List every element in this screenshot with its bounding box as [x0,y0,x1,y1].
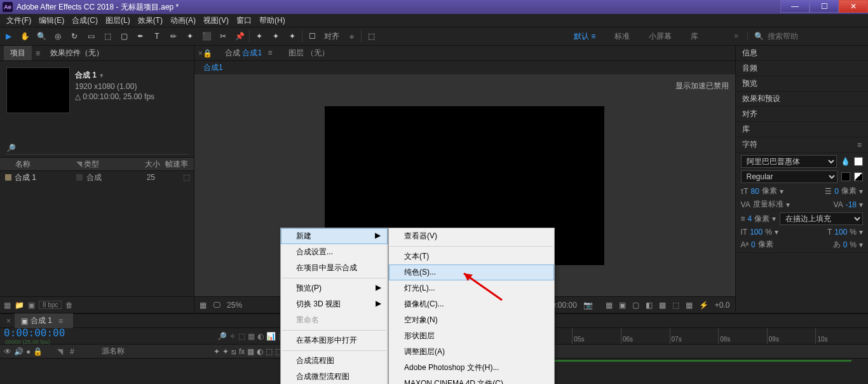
project-search[interactable]: 🔎 [5,142,189,154]
menu-item-在基本图形中打开[interactable]: 在基本图形中打开 [281,333,388,348]
panel-库[interactable]: 库 [736,122,868,137]
interpret-footage-icon[interactable]: ▦ [4,301,11,310]
search-layer-icon[interactable]: 🔎 [217,332,227,341]
puppet-tool-icon[interactable]: 📌 [231,28,248,45]
rect-tool-icon[interactable]: ▢ [116,28,132,45]
switch-icon[interactable]: fx [239,347,245,356]
menu-动画(A)[interactable]: 动画(A) [166,14,200,27]
tab-effects-controls[interactable]: 效果控件（无） [44,46,110,60]
menu-帮助(H)[interactable]: 帮助(H) [255,14,289,27]
workspace-库[interactable]: 库 [691,32,698,41]
minimize-button[interactable]: — [780,0,810,13]
audio-col-icon[interactable]: 🔊 [14,347,24,356]
switch-icon[interactable]: ⧅ [231,347,236,356]
tab-composition[interactable]: 合成 合成1 ≡ [225,48,276,58]
tab-project[interactable]: 项目 [4,46,32,60]
menu-视图(V)[interactable]: 视图(V) [200,14,233,27]
workspace-小屏幕[interactable]: 小屏幕 [649,32,672,41]
panel-信息[interactable]: 信息 [736,46,868,61]
stroke-width-control[interactable]: ≡4像素▾ [741,214,776,224]
screen-icon[interactable]: 🖵 [213,301,220,310]
col-type[interactable]: 类型 [84,159,128,170]
eyedropper-icon[interactable]: 💧 [841,157,850,166]
switch-icon[interactable]: ◐ [257,347,263,356]
snap-toggle-icon[interactable]: ☐ [304,28,320,45]
mag-icon[interactable]: ▦ [200,301,207,310]
camera-icon[interactable]: 📷 [583,301,593,310]
view-axis-icon[interactable]: ✦ [284,28,301,45]
workspace-overflow-icon[interactable]: » [730,31,742,42]
hand-tool-icon[interactable]: ✋ [17,28,33,45]
font-size-control[interactable]: τT80像素▾ [741,186,783,196]
fast-preview-icon[interactable]: ⚡ [699,301,709,310]
mask-icon[interactable]: ▢ [632,301,639,310]
panel-音频[interactable]: 音频 [736,61,868,76]
extra-tool-icon[interactable]: ⬚ [363,28,379,45]
stroke-style-select[interactable]: 在描边上填充 [780,212,863,225]
delete-icon[interactable]: 🗑 [65,301,73,310]
pen-tool-icon[interactable]: ✒ [132,28,149,45]
close-tab-icon[interactable]: × [3,317,15,326]
menu-item-纯色(S)...[interactable]: 纯色(S)... [389,264,554,280]
close-button[interactable]: ✕ [839,0,868,13]
current-timecode[interactable]: 0:00:00:00 [4,327,65,339]
menu-item-MAXON CINEMA 4D 文件(C)...[interactable]: MAXON CINEMA 4D 文件(C)... [389,376,554,384]
panel-字符[interactable]: 字符≡ [736,137,868,153]
menu-合成(C)[interactable]: 合成(C) [68,14,102,27]
exposure-value[interactable]: +0.0 [715,301,730,310]
clone-tool-icon[interactable]: ✦ [182,28,198,45]
switch-icon[interactable]: ⬚ [266,347,273,356]
font-weight-select[interactable]: Regular [741,170,837,183]
menu-item-在项目中显示合成[interactable]: 在项目中显示合成 [281,260,388,276]
selection-tool-icon[interactable]: ▶ [0,28,17,45]
menu-效果(T)[interactable]: 效果(T) [134,14,166,27]
menu-item-合成流程图[interactable]: 合成流程图 [281,353,388,369]
menu-item-空对象(N)[interactable]: 空对象(N) [389,312,554,328]
menu-item-Adobe Photoshop 文件(H)...[interactable]: Adobe Photoshop 文件(H)... [389,360,554,376]
col-size[interactable]: 大小 [128,159,160,170]
label-col-icon[interactable]: ◥ [57,347,70,356]
brush-tool-icon[interactable]: ✏ [165,28,182,45]
menu-编辑(E)[interactable]: 编辑(E) [35,14,68,27]
roto-tool-icon[interactable]: ✂ [215,28,231,45]
zoom-level[interactable]: 25% [227,301,242,310]
new-folder-icon[interactable]: 📁 [15,301,24,310]
video-col-icon[interactable]: 👁 [4,347,11,356]
menu-item-灯光(L)...[interactable]: 灯光(L)... [389,280,554,296]
lock-col-icon[interactable]: 🔒 [33,347,43,356]
comp-breadcrumb[interactable]: 合成1 [194,61,735,74]
zoom-tool-icon[interactable]: 🔍 [33,28,50,45]
eraser-tool-icon[interactable]: ⬛ [198,28,215,45]
pan-behind-tool-icon[interactable]: ⬚ [99,28,116,45]
snap-option-icon[interactable]: ⟐ [343,28,360,45]
menu-图层(L)[interactable]: 图层(L) [102,14,134,27]
leading-control[interactable]: ☰0像素▾ [825,186,863,196]
panel-对齐[interactable]: 对齐 [736,107,868,122]
comp-marker-icon[interactable]: ✧ [229,332,236,341]
solo-col-icon[interactable]: ● [26,347,31,356]
menu-item-查看器(V)[interactable]: 查看器(V) [389,228,554,244]
tracking-control[interactable]: VA-18▾ [834,200,863,209]
view-layout-icon[interactable]: ⬚ [672,301,679,310]
project-item-row[interactable]: 合成 1 合成 25 ⬚ [0,171,194,184]
panel-预览[interactable]: 预览 [736,76,868,92]
orbit-tool-icon[interactable]: ◎ [50,28,66,45]
switch-icon[interactable]: ▦ [247,347,254,356]
menu-item-预览(P)[interactable]: 预览(P)▶ [281,280,388,296]
menu-item-调整图层(A)[interactable]: 调整图层(A) [389,344,554,360]
composition-thumbnail[interactable] [6,67,70,113]
timeline-tab[interactable]: ▣ 合成 1 ≡ [15,313,73,328]
transparency-icon[interactable]: ▩ [659,301,666,310]
tab-layer[interactable]: 图层 （无） [288,48,329,58]
font-family-select[interactable]: 阿里巴巴普惠体 [741,155,837,168]
col-fps[interactable]: 帧速率 [160,159,192,170]
switch-icon[interactable]: ✦ [222,347,229,356]
panel-menu-icon[interactable]: ≡ [32,49,44,58]
menu-item-形状图层[interactable]: 形状图层 [389,328,554,344]
baseline-control[interactable]: Aª0像素 [741,239,773,250]
frame-blend-icon[interactable]: ▦ [248,332,255,341]
menu-item-新建[interactable]: 新建▶ [281,228,388,244]
search-help-input[interactable] [768,32,850,41]
workspace-标准[interactable]: 标准 [614,32,630,41]
motion-blur-icon[interactable]: ◐ [257,332,264,341]
